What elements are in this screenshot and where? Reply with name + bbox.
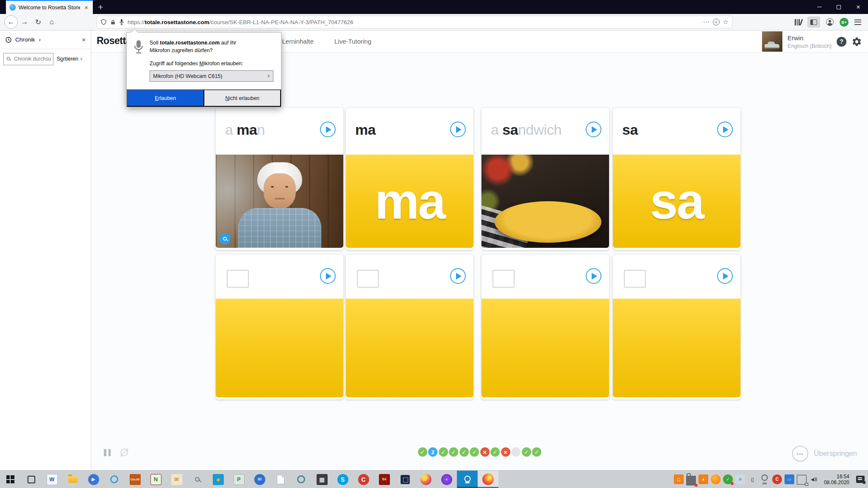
search-tool-app[interactable] — [187, 471, 208, 488]
dev-app[interactable]: ◆ — [208, 471, 228, 488]
nav-item-lerninhalte[interactable]: e Lerninhalte — [277, 38, 314, 45]
microphone-select[interactable]: Mikrofon (HD Webcam C615)∨ — [150, 70, 273, 82]
card-syllable-ma[interactable]: ma ma — [346, 108, 473, 250]
start-button[interactable] — [0, 471, 21, 488]
yellow-tile[interactable]: ma — [346, 155, 473, 248]
answer-box[interactable] — [357, 270, 379, 288]
file-explorer-app[interactable] — [62, 471, 83, 488]
more-options-icon[interactable]: ••• — [792, 446, 808, 462]
play-audio-button[interactable] — [320, 268, 336, 284]
answer-box[interactable] — [624, 270, 646, 288]
irfanview-app[interactable]: 64 — [374, 471, 395, 488]
card-a-man[interactable]: a man — [216, 108, 343, 250]
thunderbird-app[interactable]: ✉ — [249, 471, 270, 488]
paint-drop-app[interactable] — [415, 471, 436, 488]
card-syllable-sa[interactable]: sa sa — [613, 108, 740, 250]
nav-item-live-tutoring[interactable]: Live-Tutoring — [334, 38, 371, 45]
ccleaner-app[interactable]: C — [353, 471, 374, 488]
calculator-app[interactable]: ▦ — [312, 471, 332, 488]
home-button[interactable]: ⌂ — [45, 15, 58, 29]
play-audio-button[interactable] — [586, 122, 601, 137]
yellow-tile[interactable] — [346, 299, 473, 397]
avast-browser-app[interactable]: ● — [436, 471, 457, 488]
sandwich-photo[interactable] — [481, 155, 609, 248]
tray-ccleaner-icon[interactable]: C — [772, 474, 782, 484]
play-audio-button[interactable] — [320, 122, 336, 137]
help-icon[interactable]: ? — [837, 37, 846, 47]
close-window-button[interactable]: × — [849, 0, 868, 14]
tray-rocket-icon[interactable]: ▲ — [698, 474, 708, 484]
skype-app[interactable]: S — [332, 471, 353, 488]
play-audio-button[interactable] — [717, 122, 733, 137]
answer-box[interactable] — [492, 270, 515, 288]
zoom-image-icon[interactable] — [219, 233, 231, 244]
task-view-button[interactable] — [21, 471, 42, 488]
microphone-permission-icon[interactable] — [119, 19, 124, 25]
tray-volume-icon[interactable]: ◀ — [809, 474, 819, 484]
man-photo[interactable] — [216, 155, 343, 248]
word-app[interactable]: W — [42, 471, 62, 488]
card-a-sandwich[interactable]: a sandwich — [481, 108, 609, 250]
new-tab-button[interactable]: + — [93, 0, 108, 14]
media-ring-app[interactable] — [291, 471, 312, 488]
allow-button[interactable]: Erlauben — [127, 89, 204, 107]
sidebar-close-icon[interactable]: × — [82, 36, 86, 43]
answer-box[interactable] — [227, 270, 249, 288]
webcam-app[interactable] — [457, 471, 478, 488]
ring-app[interactable] — [104, 471, 125, 488]
avatar[interactable] — [762, 31, 782, 52]
answer-card[interactable] — [481, 255, 609, 399]
tray-drive-icon[interactable]: ≡ — [735, 474, 745, 484]
tray-display-icon[interactable]: ▭ — [785, 474, 794, 484]
tray-status-icon[interactable]: ✓ — [723, 474, 733, 484]
document-app[interactable] — [270, 471, 291, 488]
history-search-input[interactable] — [3, 53, 53, 65]
elements-app[interactable] — [395, 471, 415, 488]
shiftn-app[interactable]: N — [145, 471, 166, 488]
action-center-icon[interactable] — [856, 476, 865, 483]
pause-button[interactable] — [104, 449, 111, 456]
tray-network-icon[interactable] — [797, 474, 807, 485]
answer-card[interactable] — [216, 255, 343, 399]
play-audio-button[interactable] — [450, 268, 466, 284]
account-icon[interactable] — [826, 18, 834, 26]
play-audio-button[interactable] — [450, 122, 466, 137]
library-icon[interactable] — [795, 19, 801, 25]
tray-lock-icon[interactable] — [686, 473, 696, 485]
yellow-tile[interactable]: sa — [613, 155, 740, 248]
minimize-button[interactable] — [810, 0, 829, 14]
url-bar[interactable]: https://totale.rosettastone.com/course/S… — [97, 16, 732, 28]
bookmark-star-icon[interactable]: ☆ — [723, 18, 729, 26]
firefox-app[interactable] — [478, 471, 498, 488]
browser-tab[interactable]: Welcome to Rosetta Stone! × — [6, 0, 93, 14]
skip-button[interactable]: Überspringen — [814, 449, 857, 458]
speech-disabled-icon[interactable]: Ø — [120, 446, 128, 459]
tab-close-icon[interactable]: × — [83, 4, 89, 11]
answer-card[interactable] — [613, 255, 740, 399]
color-app[interactable]: COLOR — [125, 471, 145, 488]
media-player-app[interactable]: ▶ — [83, 471, 104, 488]
lock-icon[interactable] — [110, 19, 116, 25]
page-actions-icon[interactable]: ⋯ — [703, 18, 709, 26]
sidebar-title[interactable]: Chronik — [15, 36, 35, 43]
bitdefender-badge-icon[interactable]: B+ — [840, 18, 849, 27]
shield-icon[interactable] — [100, 19, 107, 25]
tray-avast-icon[interactable] — [711, 474, 721, 484]
answer-card[interactable] — [346, 255, 473, 399]
play-audio-button[interactable] — [717, 268, 733, 284]
play-audio-button[interactable] — [586, 268, 601, 284]
printer-app[interactable]: P — [228, 471, 249, 488]
yellow-tile[interactable] — [216, 299, 343, 397]
reload-button[interactable]: ↻ — [31, 15, 45, 29]
deny-button[interactable]: Nicht erlauben — [204, 89, 281, 107]
forward-button[interactable]: → — [18, 15, 31, 29]
photo-mail-app[interactable]: ✉ — [166, 471, 187, 488]
back-button[interactable]: ← — [4, 15, 18, 29]
tray-webcam-icon[interactable] — [760, 474, 770, 484]
pocket-icon[interactable]: ∨ — [713, 19, 720, 25]
tray-capture-icon[interactable]: ◻ — [674, 474, 684, 484]
yellow-tile[interactable] — [481, 299, 609, 397]
url-text[interactable]: https://totale.rosettastone.com/course/S… — [128, 19, 700, 25]
maximize-button[interactable] — [829, 0, 849, 14]
sort-dropdown[interactable]: Sortieren∨ — [57, 56, 83, 62]
